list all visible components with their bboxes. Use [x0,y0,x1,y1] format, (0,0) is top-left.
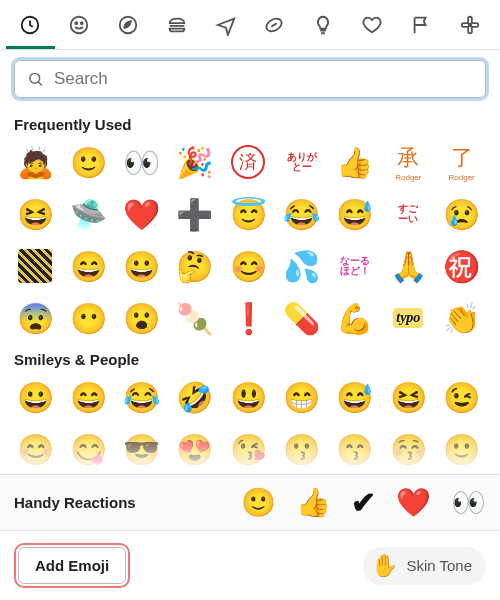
emoji-ufo[interactable]: 🛸 [67,193,109,235]
emoji-exclamation[interactable]: ❗ [227,297,269,339]
emoji-shou-rodger[interactable]: 承Rodger [387,141,429,183]
emoji-joy[interactable]: 😂 [121,376,163,418]
emoji-bow[interactable]: 🙇 [14,141,56,183]
svg-rect-9 [470,23,477,27]
skin-tone-picker[interactable]: ✋ Skin Tone [363,547,486,585]
emoji-typo[interactable]: typo [387,297,429,339]
grid-frequent: 🙇🙂👀🎉済ありが とー👍承Rodger了Rodger😆🛸❤️➕😇😂😅すご ーい😢… [14,141,486,339]
emoji-open-mouth[interactable]: 😮 [121,297,163,339]
search-icon [27,70,44,88]
emoji-slightly-smiling[interactable]: 🙂 [441,428,483,470]
tab-recent[interactable] [6,8,55,49]
emoji-sugoi[interactable]: すご ーい [387,193,429,235]
section-title-smileys: Smileys & People [14,351,486,368]
emoji-joy[interactable]: 😂 [281,193,323,235]
emoji-kissing[interactable]: 😗 [281,428,323,470]
emoji-hanko-sumi[interactable]: 済 [227,141,269,183]
emoji-iwai[interactable]: ㊗️ [441,245,483,287]
emoji-scream-cold[interactable]: 😨 [14,297,56,339]
emoji-wink[interactable]: 😉 [441,376,483,418]
emoji-plus[interactable]: ➕ [174,193,216,235]
emoji-ryou-rodger[interactable]: 了Rodger [441,141,483,183]
emoji-thinking[interactable]: 🤔 [174,245,216,287]
tab-nature[interactable] [104,8,153,49]
emoji-naruhodo[interactable]: なーる ほど！ [334,245,376,287]
flag-icon [410,14,432,36]
emoji-sweat-drops[interactable]: 💦 [281,245,323,287]
emoji-flex[interactable]: 💪 [334,297,376,339]
slack-icon [459,14,481,36]
emoji-sunglasses[interactable]: 😎 [121,428,163,470]
emoji-grin[interactable]: 😀 [121,245,163,287]
emoji-blush[interactable]: 😊 [227,245,269,287]
tab-smileys[interactable] [55,8,104,49]
emoji-grinning[interactable]: 😀 [14,376,56,418]
handy-items: 🙂👍✔❤️👀 [241,485,486,520]
plane-icon [215,14,237,36]
emoji-grin[interactable]: 😃 [227,376,269,418]
emoji-sweat-smile[interactable]: 😅 [334,376,376,418]
emoji-tada[interactable]: 🎉 [174,141,216,183]
tab-custom[interactable] [445,8,494,49]
category-tabs [0,0,500,50]
emoji-sweat-smile[interactable]: 😅 [334,193,376,235]
svg-point-2 [76,22,78,24]
emoji-eyes[interactable]: 👀 [121,141,163,183]
search-box[interactable] [14,60,486,98]
emoji-yum[interactable]: 😋 [67,428,109,470]
emoji-dango[interactable]: 🍡 [174,297,216,339]
emoji-pattern[interactable] [14,245,56,287]
tab-activities[interactable] [250,8,299,49]
emoji-pill[interactable]: 💊 [281,297,323,339]
emoji-kissing-smiling[interactable]: 😙 [334,428,376,470]
tab-symbols[interactable] [348,8,397,49]
emoji-clap[interactable]: 👏 [441,297,483,339]
emoji-red-heart[interactable]: ❤️ [396,486,431,519]
emoji-eyes[interactable]: 👀 [451,486,486,519]
svg-point-10 [30,73,40,83]
tab-food[interactable] [152,8,201,49]
tab-objects[interactable] [299,8,348,49]
emoji-slightly-smiling[interactable]: 🙂 [67,141,109,183]
emoji-kissing-heart[interactable]: 😘 [227,428,269,470]
handy-title: Handy Reactions [14,494,136,511]
football-icon [263,14,285,36]
emoji-scroll[interactable]: Frequently Used 🙇🙂👀🎉済ありが とー👍承Rodger了Rodg… [0,104,500,474]
add-emoji-highlight: Add Emoji [14,543,130,588]
emoji-big-grin[interactable]: 😁 [281,376,323,418]
emoji-innocent[interactable]: 😇 [227,193,269,235]
emoji-kissing-closed[interactable]: 😚 [387,428,429,470]
emoji-neutral[interactable]: 😶 [67,297,109,339]
add-emoji-button[interactable]: Add Emoji [18,547,126,584]
emoji-blush[interactable]: 😊 [14,428,56,470]
skin-tone-label: Skin Tone [406,557,472,574]
emoji-laugh[interactable]: 😆 [387,376,429,418]
search-input[interactable] [54,69,473,89]
clock-icon [19,14,41,36]
emoji-red-heart[interactable]: ❤️ [121,193,163,235]
emoji-slightly-smiling[interactable]: 🙂 [241,486,276,519]
bulb-icon [312,14,334,36]
leaf-icon [117,14,139,36]
emoji-arigatou[interactable]: ありが とー [281,141,323,183]
section-title-frequent: Frequently Used [14,116,486,133]
emoji-grin-squint[interactable]: 😆 [14,193,56,235]
emoji-smile[interactable]: 😄 [67,376,109,418]
emoji-check[interactable]: ✔ [351,485,376,520]
smiley-icon [68,14,90,36]
emoji-cry[interactable]: 😢 [441,193,483,235]
emoji-pray[interactable]: 🙏 [387,245,429,287]
handy-reactions: Handy Reactions 🙂👍✔❤️👀 [0,474,500,530]
tab-flags[interactable] [396,8,445,49]
emoji-thumbs-up[interactable]: 👍 [296,486,331,519]
emoji-heart-eyes[interactable]: 😍 [174,428,216,470]
emoji-thumbs-up[interactable]: 👍 [334,141,376,183]
footer: Add Emoji ✋ Skin Tone [0,530,500,600]
grid-smileys-2: 😊😋😎😍😘😗😙😚🙂 [14,428,486,470]
emoji-smile[interactable]: 😄 [67,245,109,287]
burger-icon [166,14,188,36]
hand-icon: ✋ [371,553,398,579]
grid-smileys: 😀😄😂🤣😃😁😅😆😉 [14,376,486,418]
emoji-rofl[interactable]: 🤣 [174,376,216,418]
tab-travel[interactable] [201,8,250,49]
